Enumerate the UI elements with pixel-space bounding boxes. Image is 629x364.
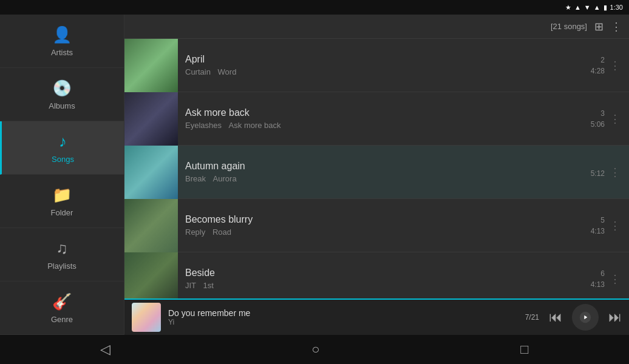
song-more-autumn[interactable]: ⋮ bbox=[607, 163, 623, 181]
song-meta-autumn: Break Aurora bbox=[185, 174, 561, 183]
song-more-ask[interactable]: ⋮ bbox=[607, 110, 623, 128]
bottom-nav: ◁ ○ □ bbox=[0, 335, 629, 364]
song-right-april: 2 4:28 bbox=[568, 56, 605, 75]
song-meta-becomes: Reply Road bbox=[185, 228, 561, 237]
playlists-icon: ♫ bbox=[56, 239, 68, 258]
sidebar: 👤 Artists 💿 Albums ♪ Songs 📁 Folder ♫ Pl… bbox=[0, 15, 124, 335]
song-item-becomes[interactable]: Becomes blurry Reply Road 5 4:13 ⋮ bbox=[124, 199, 629, 252]
sidebar-item-genre[interactable]: 🎸 Genre bbox=[0, 281, 124, 335]
np-controls: ⏮ ⏭ bbox=[549, 304, 622, 331]
song-duration-becomes: 4:13 bbox=[591, 227, 605, 235]
prev-button[interactable]: ⏮ bbox=[549, 309, 562, 325]
status-icons: ★ ▲ ▼ ▲ ▮ 1:30 bbox=[565, 4, 623, 12]
sidebar-item-folder[interactable]: 📁 Folder bbox=[0, 175, 124, 228]
time-display: 1:30 bbox=[610, 4, 623, 11]
song-title-autumn: Autumn again bbox=[185, 161, 561, 172]
content-area: [21 songs] ⊞ ⋮ April Curtain Word bbox=[124, 15, 629, 335]
bluetooth-icon: ★ bbox=[565, 4, 571, 12]
sidebar-item-artists[interactable]: 👤 Artists bbox=[0, 15, 124, 68]
back-button[interactable]: ◁ bbox=[86, 337, 125, 362]
song-thumb-beside bbox=[124, 252, 178, 299]
song-list: April Curtain Word 2 4:28 ⋮ bbox=[124, 39, 629, 298]
recent-apps-button[interactable]: □ bbox=[506, 337, 543, 362]
song-more-becomes[interactable]: ⋮ bbox=[607, 217, 623, 235]
next-button[interactable]: ⏭ bbox=[608, 309, 622, 325]
artists-icon: 👤 bbox=[52, 25, 72, 44]
main-container: 👤 Artists 💿 Albums ♪ Songs 📁 Folder ♫ Pl… bbox=[0, 15, 629, 335]
np-artist: Yi bbox=[168, 318, 525, 326]
sidebar-item-albums[interactable]: 💿 Albums bbox=[0, 68, 124, 121]
np-info: Do you remember me Yi bbox=[168, 308, 525, 326]
song-more-beside[interactable]: ⋮ bbox=[607, 270, 623, 288]
np-thumb bbox=[132, 303, 161, 332]
wifi-icon: ▼ bbox=[584, 4, 591, 11]
song-right-beside: 6 4:13 bbox=[568, 269, 605, 289]
genre-icon: 🎸 bbox=[52, 292, 72, 311]
status-bar: ★ ▲ ▼ ▲ ▮ 1:30 bbox=[0, 0, 629, 15]
sidebar-albums-label: Albums bbox=[49, 101, 75, 110]
np-progress: 7/21 bbox=[525, 313, 539, 322]
song-meta-beside: JIT 1st bbox=[185, 281, 561, 290]
grid-view-icon[interactable]: ⊞ bbox=[594, 20, 604, 33]
song-thumb-april bbox=[124, 39, 178, 92]
song-right-becomes: 5 4:13 bbox=[568, 216, 605, 235]
now-playing-bar: Do you remember me Yi 7/21 ⏮ ⏭ bbox=[124, 298, 629, 335]
song-item-autumn[interactable]: Autumn again Break Aurora 5:12 ⋮ bbox=[124, 146, 629, 199]
song-title-april: April bbox=[185, 54, 561, 65]
song-title-beside: Beside bbox=[185, 268, 561, 278]
content-header: [21 songs] ⊞ ⋮ bbox=[124, 15, 629, 39]
song-item-ask[interactable]: Ask more back Eyelashes Ask more back 3 … bbox=[124, 92, 629, 146]
track-num-april: 2 bbox=[600, 56, 605, 64]
song-meta-ask: Eyelashes Ask more back bbox=[185, 121, 561, 130]
song-duration-ask: 5:06 bbox=[591, 120, 605, 129]
song-info-autumn: Autumn again Break Aurora bbox=[178, 161, 568, 183]
song-more-april[interactable]: ⋮ bbox=[607, 56, 623, 75]
songs-icon: ♪ bbox=[59, 132, 67, 151]
sidebar-songs-label: Songs bbox=[52, 155, 74, 164]
track-num-beside: 6 bbox=[600, 269, 605, 278]
song-title-ask: Ask more back bbox=[185, 107, 561, 118]
track-num-ask: 3 bbox=[600, 109, 605, 118]
song-item-beside[interactable]: Beside JIT 1st 6 4:13 ⋮ bbox=[124, 252, 629, 298]
sidebar-item-songs[interactable]: ♪ Songs bbox=[0, 121, 124, 175]
song-title-becomes: Becomes blurry bbox=[185, 214, 561, 225]
overflow-menu-icon[interactable]: ⋮ bbox=[611, 20, 622, 33]
volume-icon: ▲ bbox=[574, 4, 581, 11]
song-right-ask: 3 5:06 bbox=[568, 109, 605, 129]
play-pause-button[interactable] bbox=[572, 304, 599, 331]
home-button[interactable]: ○ bbox=[297, 337, 334, 362]
song-meta-april: Curtain Word bbox=[185, 67, 561, 76]
albums-icon: 💿 bbox=[52, 79, 72, 98]
song-info-becomes: Becomes blurry Reply Road bbox=[178, 214, 568, 237]
song-count: [21 songs] bbox=[551, 22, 587, 31]
sidebar-item-playlists[interactable]: ♫ Playlists bbox=[0, 228, 124, 281]
np-title: Do you remember me bbox=[168, 308, 525, 318]
song-thumb-autumn bbox=[124, 146, 178, 199]
song-info-ask: Ask more back Eyelashes Ask more back bbox=[178, 107, 568, 130]
song-duration-autumn: 5:12 bbox=[591, 169, 605, 178]
song-info-april: April Curtain Word bbox=[178, 54, 568, 76]
signal-icon: ▲ bbox=[594, 4, 600, 11]
battery-icon: ▮ bbox=[604, 4, 607, 12]
song-right-autumn: 5:12 bbox=[568, 167, 605, 178]
sidebar-genre-label: Genre bbox=[51, 315, 73, 324]
folder-icon: 📁 bbox=[52, 186, 72, 204]
song-duration-beside: 4:13 bbox=[591, 280, 605, 289]
track-num-becomes: 5 bbox=[600, 216, 605, 224]
sidebar-playlists-label: Playlists bbox=[47, 261, 76, 271]
song-item-april[interactable]: April Curtain Word 2 4:28 ⋮ bbox=[124, 39, 629, 92]
sidebar-artists-label: Artists bbox=[51, 48, 73, 57]
song-info-beside: Beside JIT 1st bbox=[178, 268, 568, 290]
song-thumb-becomes bbox=[124, 199, 178, 252]
song-thumb-ask bbox=[124, 92, 178, 146]
sidebar-folder-label: Folder bbox=[51, 208, 73, 217]
song-duration-april: 4:28 bbox=[591, 67, 605, 75]
